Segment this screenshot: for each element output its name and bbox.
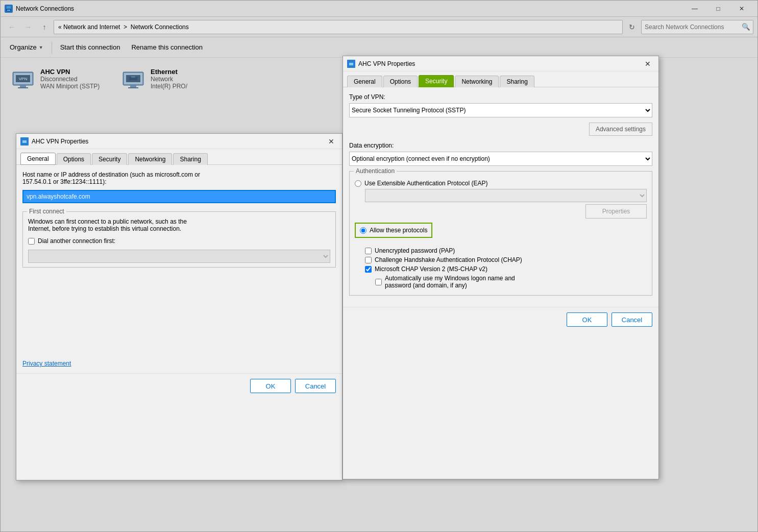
allow-protocols-highlighted: Allow these protocols bbox=[355, 223, 432, 238]
dial-first-label: Dial another connection first: bbox=[38, 237, 115, 245]
dialog-general-tab-bar: General Options Security Networking Shar… bbox=[16, 149, 342, 165]
privacy-link[interactable]: Privacy statement bbox=[22, 360, 71, 367]
host-form-group: Host name or IP address of destination (… bbox=[22, 171, 336, 203]
dialog-security-ok-button[interactable]: OK bbox=[567, 312, 607, 327]
tab-sec-general[interactable]: General bbox=[347, 76, 382, 87]
data-encryption-select[interactable]: Optional encryption (connect even if no … bbox=[349, 152, 652, 166]
mschapv2-label: Microsoft CHAP Version 2 (MS-CHAP v2) bbox=[375, 265, 487, 273]
authentication-group: Authentication Use Extensible Authentica… bbox=[349, 171, 652, 296]
tab-general[interactable]: General bbox=[20, 153, 56, 165]
svg-rect-20 bbox=[349, 63, 353, 65]
allow-protocols-radio[interactable] bbox=[360, 227, 366, 234]
dialog-general-buttons: OK Cancel bbox=[16, 373, 342, 398]
eap-dropdown-row bbox=[365, 189, 647, 202]
first-connect-desc: Windows can first connect to a public ne… bbox=[28, 218, 330, 232]
allow-protocols-label: Allow these protocols bbox=[370, 227, 427, 234]
properties-btn-row: Properties bbox=[355, 204, 647, 219]
tab-networking[interactable]: Networking bbox=[128, 153, 172, 165]
dialog-general-content: Host name or IP address of destination (… bbox=[16, 165, 342, 373]
tab-sec-options[interactable]: Options bbox=[383, 76, 418, 87]
dialog-general-icon bbox=[20, 137, 29, 146]
first-connect-label: First connect bbox=[27, 208, 66, 215]
eap-radio[interactable] bbox=[355, 180, 361, 187]
auto-logon-checkbox-row: Automatically use my Windows logon name … bbox=[375, 275, 647, 289]
mschapv2-checkbox[interactable] bbox=[365, 266, 372, 273]
dial-first-checkbox-row: Dial another connection first: bbox=[28, 237, 330, 245]
vpn-type-group: Type of VPN: Secure Socket Tunneling Pro… bbox=[349, 93, 652, 117]
dialog-general-title-bar: AHC VPN Properties ✕ bbox=[16, 134, 342, 149]
data-encryption-group: Data encryption: Optional encryption (co… bbox=[349, 142, 652, 166]
dialog-general-ok-button[interactable]: OK bbox=[250, 379, 291, 393]
tab-options[interactable]: Options bbox=[57, 153, 91, 165]
authentication-label: Authentication bbox=[354, 167, 397, 175]
dialog-security: AHC VPN Properties ✕ General Options Sec… bbox=[343, 56, 659, 479]
dialog-security-title: AHC VPN Properties bbox=[358, 60, 641, 67]
eap-radio-label: Use Extensible Authentication Protocol (… bbox=[364, 180, 487, 187]
vpn-type-label: Type of VPN: bbox=[349, 93, 652, 101]
chap-label: Challenge Handshake Authentication Proto… bbox=[375, 256, 522, 263]
advanced-settings-row: Advanced settings bbox=[349, 123, 652, 138]
advanced-settings-button[interactable]: Advanced settings bbox=[589, 123, 652, 136]
main-window: Network Connections — □ ✕ ← → ↑ ↻ 🔍 Orga… bbox=[0, 0, 758, 532]
chap-checkbox-row: Challenge Handshake Authentication Proto… bbox=[365, 256, 647, 263]
dialog-security-tab-bar: General Options Security Networking Shar… bbox=[343, 71, 658, 87]
dialog-security-cancel-button[interactable]: Cancel bbox=[612, 312, 652, 327]
dialog-security-content: Type of VPN: Secure Socket Tunneling Pro… bbox=[343, 87, 658, 307]
host-input[interactable] bbox=[22, 190, 336, 203]
data-encryption-label: Data encryption: bbox=[349, 142, 652, 149]
dial-first-checkbox[interactable] bbox=[28, 238, 35, 245]
dialog-general-title: AHC VPN Properties bbox=[32, 138, 325, 145]
pap-checkbox-row: Unencrypted password (PAP) bbox=[365, 247, 647, 254]
first-connect-group: First connect Windows can first connect … bbox=[22, 211, 336, 268]
dialog-security-icon bbox=[347, 60, 355, 68]
eap-radio-row: Use Extensible Authentication Protocol (… bbox=[355, 180, 647, 187]
auto-logon-indent: Automatically use my Windows logon name … bbox=[365, 275, 647, 289]
tab-sharing[interactable]: Sharing bbox=[173, 153, 207, 165]
privacy-section: Privacy statement bbox=[22, 359, 336, 367]
tab-sec-sharing[interactable]: Sharing bbox=[500, 76, 534, 87]
dial-first-dropdown[interactable] bbox=[28, 250, 330, 263]
auto-logon-label: Automatically use my Windows logon name … bbox=[385, 275, 515, 289]
properties-button[interactable]: Properties bbox=[585, 204, 647, 219]
dialog-general: AHC VPN Properties ✕ General Options Sec… bbox=[16, 133, 343, 480]
dialog-general-close-button[interactable]: ✕ bbox=[325, 135, 338, 148]
host-label: Host name or IP address of destination (… bbox=[22, 171, 336, 185]
tab-security[interactable]: Security bbox=[92, 153, 127, 165]
auto-logon-checkbox[interactable] bbox=[375, 279, 382, 285]
dialog-general-cancel-button[interactable]: Cancel bbox=[295, 379, 336, 393]
pap-label: Unencrypted password (PAP) bbox=[375, 247, 455, 254]
mschapv2-checkbox-row: Microsoft CHAP Version 2 (MS-CHAP v2) bbox=[365, 265, 647, 273]
dialog-security-title-bar: AHC VPN Properties ✕ bbox=[343, 56, 658, 71]
tab-sec-security[interactable]: Security bbox=[419, 75, 454, 87]
tab-sec-networking[interactable]: Networking bbox=[455, 76, 499, 87]
dialog-security-close-button[interactable]: ✕ bbox=[641, 58, 654, 70]
svg-rect-18 bbox=[22, 140, 27, 143]
protocols-indent: Unencrypted password (PAP) Challenge Han… bbox=[355, 247, 647, 289]
pap-checkbox[interactable] bbox=[365, 248, 372, 254]
dialog-security-buttons: OK Cancel bbox=[343, 307, 658, 332]
eap-dropdown[interactable] bbox=[365, 189, 647, 202]
chap-checkbox[interactable] bbox=[365, 257, 372, 263]
vpn-type-select[interactable]: Secure Socket Tunneling Protocol (SSTP) bbox=[349, 103, 652, 117]
